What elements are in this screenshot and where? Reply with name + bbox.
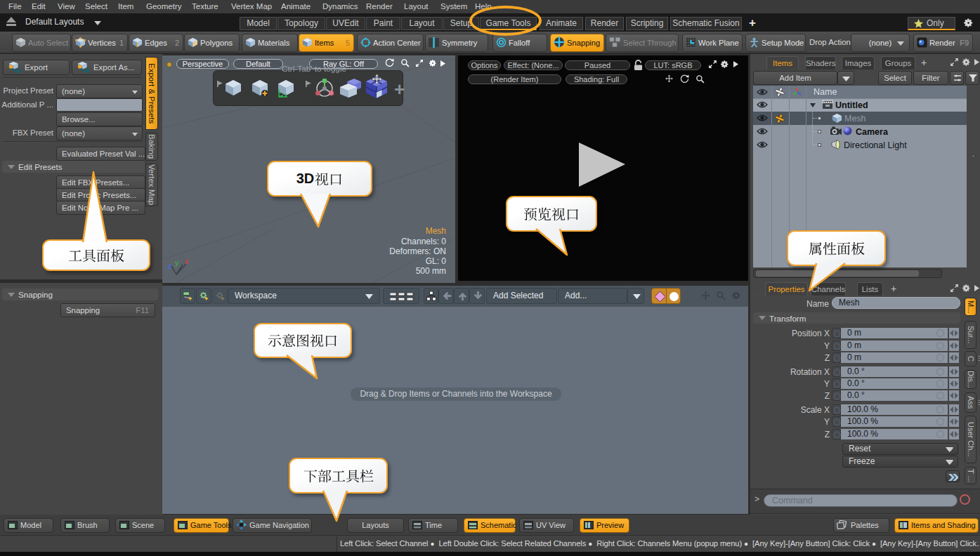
svg-text:y: y bbox=[175, 258, 179, 267]
svg-text:x: x bbox=[185, 258, 189, 265]
svg-text:z: z bbox=[168, 262, 172, 270]
